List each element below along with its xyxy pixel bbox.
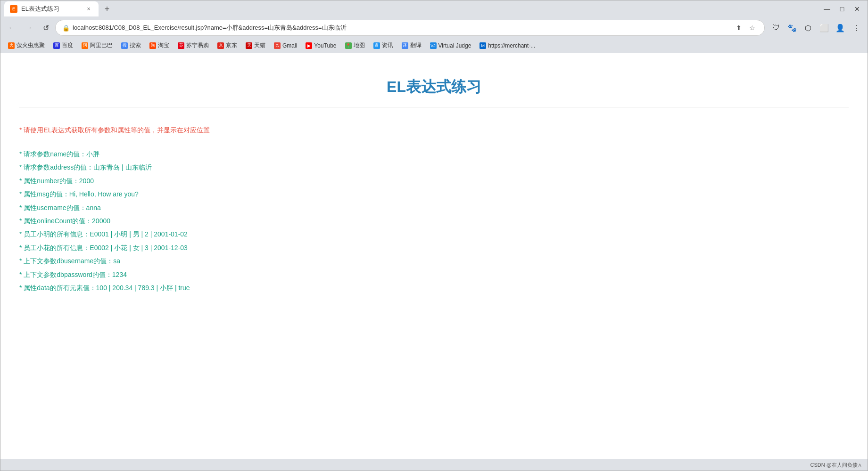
address-bar[interactable]: 🔒 localhost:8081/C08_D08_EL_Exercise/res…	[55, 20, 765, 36]
address-text: localhost:8081/C08_D08_EL_Exercise/resul…	[73, 24, 730, 32]
page-title: EL表达式练习	[19, 77, 849, 107]
minimize-button[interactable]: —	[820, 2, 834, 16]
navigation-bar: ← → ↺ 🔒 localhost:8081/C08_D08_EL_Exerci…	[0, 17, 868, 38]
browser-window: E EL表达式练习 × + — □ ✕ ← → ↺ 🔒 localhost:80…	[0, 0, 868, 471]
data-item-6: * 员工小明的所有信息：E0001 | 小明 | 男 | 2 | 2001-01…	[19, 229, 849, 239]
bookmark-jd[interactable]: 京京东	[214, 40, 241, 51]
data-item-5: * 属性onlineCount的值：20000	[19, 216, 849, 226]
data-item-7: * 员工小花的所有信息：E0002 | 小花 | 女 | 3 | 2001-12…	[19, 243, 849, 253]
map-label: 地图	[354, 41, 365, 49]
browser-tab[interactable]: E EL表达式练习 ×	[4, 1, 99, 16]
jd-favicon: 京	[217, 42, 224, 49]
bookmark-alibaba[interactable]: 阿阿里巴巴	[78, 40, 116, 51]
address-actions: ⬆ ☆	[733, 22, 758, 33]
profile-icon[interactable]: 👤	[833, 20, 848, 35]
bookmark-suning[interactable]: 苏苏宁易购	[174, 40, 213, 51]
merchant-label: https://merchant-...	[488, 42, 535, 49]
taobao-favicon: 淘	[149, 42, 156, 49]
new-tab-button[interactable]: +	[100, 2, 114, 16]
alibaba-label: 阿里巴巴	[90, 41, 113, 49]
instruction-text: * 请使用EL表达式获取所有参数和属性等的值，并显示在对应位置	[19, 126, 849, 135]
bookmark-merchant[interactable]: Mhttps://merchant-...	[476, 41, 539, 51]
data-list: * 请求参数name的值：小胖* 请求参数address的值：山东青岛 | 山东…	[19, 149, 849, 293]
search-favicon: 搜	[121, 42, 128, 49]
map-favicon: 📍	[345, 42, 352, 49]
page-content: EL表达式练习 * 请使用EL表达式获取所有参数和属性等的值，并显示在对应位置 …	[0, 53, 868, 459]
forward-button[interactable]: →	[21, 20, 36, 35]
search-label: 搜索	[130, 41, 141, 49]
data-item-4: * 属性username的值：anna	[19, 203, 849, 213]
alibaba-favicon: 阿	[82, 42, 88, 49]
data-item-0: * 请求参数name的值：小胖	[19, 149, 849, 159]
youtube-favicon: ▶	[306, 42, 312, 49]
status-bar: CSDN @在人间负债∧	[0, 459, 868, 471]
bookmark-translate[interactable]: 译翻译	[398, 40, 425, 51]
suning-label: 苏宁易购	[186, 41, 209, 49]
status-text: CSDN @在人间负债∧	[810, 462, 862, 469]
jd-label: 京东	[226, 41, 237, 49]
bookmark-tianmao[interactable]: 天天猫	[242, 40, 269, 51]
gmail-favicon: G	[274, 42, 281, 49]
news-label: 资讯	[382, 41, 393, 49]
gmail-label: Gmail	[282, 42, 297, 49]
shield-icon[interactable]: 🛡	[769, 20, 784, 35]
data-item-2: * 属性number的值：2000	[19, 176, 849, 186]
window-controls: — □ ✕	[820, 2, 864, 16]
tab-favicon: E	[10, 5, 17, 13]
baidu-label: 百度	[62, 41, 73, 49]
vj-favicon: VJ	[430, 42, 437, 49]
back-button[interactable]: ←	[4, 20, 19, 35]
translate-label: 翻译	[410, 41, 422, 49]
extension-icon-1[interactable]: 🐾	[785, 20, 800, 35]
split-view-icon[interactable]: ⬜	[817, 20, 832, 35]
translate-favicon: 译	[402, 42, 408, 49]
huochong-label: 萤火虫惠聚	[17, 41, 45, 49]
share-icon[interactable]: ⬆	[733, 22, 744, 33]
data-item-1: * 请求参数address的值：山东青岛 | 山东临沂	[19, 162, 849, 172]
tab-title: EL表达式练习	[21, 5, 59, 13]
tianmao-favicon: 天	[246, 42, 252, 49]
bookmark-taobao[interactable]: 淘淘宝	[146, 40, 173, 51]
bookmark-news[interactable]: 资资讯	[370, 40, 397, 51]
merchant-favicon: M	[479, 42, 486, 49]
page-inner: EL表达式练习 * 请使用EL表达式获取所有参数和属性等的值，并显示在对应位置 …	[0, 53, 868, 459]
bookmark-star-icon[interactable]: ☆	[746, 22, 758, 33]
youtube-label: YouTube	[314, 42, 336, 49]
data-item-9: * 上下文参数dbpassword的值：1234	[19, 269, 849, 280]
huochong-favicon: 火	[8, 42, 15, 49]
extensions-icon[interactable]: ⬡	[801, 20, 816, 35]
bookmark-huochong[interactable]: 火萤火虫惠聚	[4, 40, 49, 51]
toolbar-actions: 🛡 🐾 ⬡ ⬜ 👤 ⋮	[769, 20, 864, 35]
vj-label: Virtual Judge	[438, 42, 471, 49]
tianmao-label: 天猫	[254, 41, 265, 49]
suning-favicon: 苏	[178, 42, 184, 49]
bookmark-vj[interactable]: VJVirtual Judge	[426, 41, 475, 51]
news-favicon: 资	[373, 42, 380, 49]
lock-icon: 🔒	[62, 24, 70, 32]
bookmark-youtube[interactable]: ▶YouTube	[302, 41, 340, 51]
bookmark-map[interactable]: 📍地图	[341, 40, 369, 51]
tab-close-button[interactable]: ×	[84, 5, 93, 13]
taobao-label: 淘宝	[158, 41, 169, 49]
data-item-8: * 上下文参数dbusername的值：sa	[19, 256, 849, 266]
bookmarks-bar: 火萤火虫惠聚百百度阿阿里巴巴搜搜索淘淘宝苏苏宁易购京京东天天猫GGmail▶Yo…	[0, 38, 868, 53]
bookmark-baidu[interactable]: 百百度	[50, 40, 77, 51]
data-item-10: * 属性data的所有元素值：100 | 200.34 | 789.3 | 小胖…	[19, 283, 849, 293]
title-bar: E EL表达式练习 × + — □ ✕	[0, 0, 868, 17]
data-item-3: * 属性msg的值：Hi, Hello, How are you?	[19, 189, 849, 199]
close-window-button[interactable]: ✕	[851, 2, 864, 16]
baidu-favicon: 百	[53, 42, 60, 49]
bookmark-gmail[interactable]: GGmail	[270, 41, 301, 51]
menu-icon[interactable]: ⋮	[849, 20, 864, 35]
maximize-button[interactable]: □	[835, 2, 849, 16]
refresh-button[interactable]: ↺	[38, 20, 53, 35]
bookmark-search[interactable]: 搜搜索	[117, 40, 145, 51]
